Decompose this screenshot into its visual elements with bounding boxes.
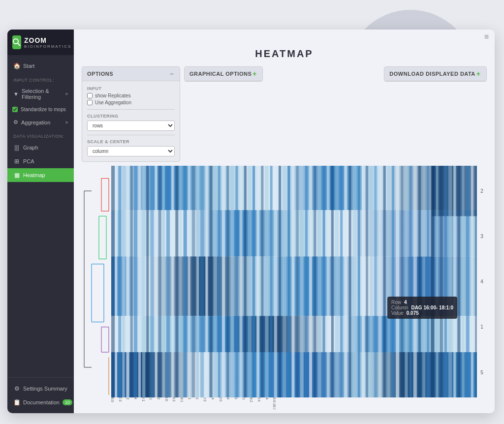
svg-rect-32 bbox=[130, 166, 133, 397]
app-logo: ZOOM BIOINFORMATICS bbox=[7, 30, 74, 55]
svg-rect-67 bbox=[279, 166, 281, 397]
sidebar-item-graph[interactable]: ||| Graph bbox=[7, 141, 74, 154]
y-label-2: 2 bbox=[477, 188, 487, 194]
y-label-4: 4 bbox=[477, 279, 487, 284]
svg-rect-58 bbox=[240, 166, 243, 397]
svg-text:DAG 16:0-18:1:0: DAG 16:0-18:1:0 bbox=[272, 397, 276, 409]
svg-rect-76 bbox=[317, 166, 321, 397]
options-panel-title: OPTIONS bbox=[87, 71, 113, 77]
svg-rect-40 bbox=[162, 166, 165, 397]
svg-rect-37 bbox=[150, 166, 154, 397]
sidebar-item-heatmap[interactable]: ▦ Heatmap bbox=[7, 168, 74, 182]
sidebar-item-aggregation[interactable]: ⚙ Aggregation > bbox=[7, 116, 74, 129]
svg-rect-90 bbox=[370, 166, 373, 397]
sidebar-item-selection-filtering[interactable]: ▼ Selection & Filtering > bbox=[7, 85, 74, 103]
svg-rect-42 bbox=[171, 166, 174, 397]
svg-rect-41 bbox=[166, 166, 170, 397]
svg-rect-28 bbox=[115, 166, 117, 397]
svg-rect-51 bbox=[209, 166, 212, 397]
svg-rect-39 bbox=[158, 166, 161, 397]
svg-rect-44 bbox=[179, 166, 182, 397]
panel-area: OPTIONS − INPUT show Replicates Use Aggr… bbox=[74, 66, 495, 162]
sidebar-bottom: ⚙ Settings Summary 📋 Documentation 10 bbox=[7, 377, 74, 413]
svg-rect-107 bbox=[444, 166, 447, 397]
selection-filtering-label: Selection & Filtering bbox=[22, 88, 63, 100]
home-icon: 🏠 bbox=[13, 62, 20, 69]
scale-center-select[interactable]: none row column bbox=[87, 146, 175, 156]
y-label-1: 1 bbox=[477, 324, 487, 330]
sidebar-item-start[interactable]: 🏠 Start bbox=[7, 59, 74, 73]
svg-text:TAG 52:3: TAG 52:3 bbox=[118, 397, 122, 401]
section-label-input: Input Control: bbox=[7, 73, 74, 85]
use-aggregation-checkbox[interactable] bbox=[87, 100, 93, 105]
graph-icon: ||| bbox=[13, 144, 20, 151]
standardize-checkbox[interactable] bbox=[12, 107, 18, 112]
sidebar-item-settings-summary[interactable]: ⚙ Settings Summary bbox=[7, 382, 74, 395]
graphical-options-panel: GRAPHICAL OPTIONS + bbox=[184, 66, 263, 82]
svg-rect-84 bbox=[353, 166, 356, 397]
svg-rect-79 bbox=[331, 166, 334, 397]
svg-text:SM 36:1: SM 36:1 bbox=[149, 397, 153, 400]
svg-rect-77 bbox=[323, 166, 325, 397]
svg-rect-75 bbox=[314, 166, 316, 397]
sidebar-item-pca[interactable]: ⊞ PCA bbox=[7, 154, 74, 168]
svg-text:TAG 50:2: TAG 50:2 bbox=[203, 397, 207, 401]
svg-rect-102 bbox=[422, 166, 425, 397]
svg-text:LPE 18:0: LPE 18:0 bbox=[164, 397, 168, 401]
sidebar-item-documentation[interactable]: 📋 Documentation 10 bbox=[7, 395, 74, 409]
svg-text:CE 18:2: CE 18:2 bbox=[157, 397, 160, 399]
svg-rect-82 bbox=[344, 166, 347, 397]
content-area: ≡ HEATMAP OPTIONS − INPUT show Replicate… bbox=[74, 30, 495, 413]
svg-text:PC 38:4: PC 38:4 bbox=[226, 397, 230, 399]
svg-rect-114 bbox=[475, 166, 477, 397]
clustering-select[interactable]: none rows columns both bbox=[87, 121, 175, 131]
svg-text:DAG 16:0: DAG 16:0 bbox=[111, 397, 114, 402]
menu-dots-icon[interactable]: ≡ bbox=[484, 32, 489, 41]
svg-rect-81 bbox=[340, 166, 343, 397]
svg-rect-98 bbox=[405, 166, 408, 397]
svg-rect-94 bbox=[387, 166, 390, 397]
svg-rect-96 bbox=[396, 166, 399, 397]
arrow-right-icon: > bbox=[65, 91, 68, 96]
svg-rect-110 bbox=[457, 166, 460, 397]
svg-rect-80 bbox=[335, 166, 339, 397]
download-expand-button[interactable]: + bbox=[475, 70, 481, 78]
svg-rect-89 bbox=[366, 166, 368, 397]
svg-rect-97 bbox=[401, 166, 403, 397]
options-collapse-button[interactable]: − bbox=[169, 70, 175, 78]
svg-rect-73 bbox=[305, 166, 308, 397]
options-panel-body: INPUT show Replicates Use Aggregation CL… bbox=[82, 81, 180, 161]
documentation-label: Documentation bbox=[23, 399, 60, 405]
download-panel: DOWNLOAD DISPLAYED DATA + bbox=[384, 66, 487, 82]
svg-rect-104 bbox=[431, 166, 434, 397]
svg-rect-63 bbox=[261, 166, 263, 397]
svg-text:LPC 18:1: LPC 18:1 bbox=[141, 397, 145, 401]
logo-icon bbox=[12, 35, 21, 49]
svg-rect-56 bbox=[230, 166, 234, 397]
svg-rect-38 bbox=[155, 166, 158, 397]
svg-rect-74 bbox=[309, 166, 312, 397]
sidebar-item-standardize[interactable]: Standardize to mops bbox=[7, 103, 74, 116]
svg-rect-109 bbox=[453, 166, 456, 397]
svg-text:LPC 16:0: LPC 16:0 bbox=[218, 397, 222, 401]
svg-rect-62 bbox=[256, 166, 259, 397]
heatmap-grid-svg bbox=[111, 166, 477, 397]
svg-text:PE 36:2: PE 36:2 bbox=[195, 397, 199, 399]
show-replicates-checkbox[interactable] bbox=[87, 93, 93, 98]
svg-rect-36 bbox=[146, 166, 149, 397]
logo-text: ZOOM bbox=[24, 36, 71, 44]
svg-rect-66 bbox=[274, 166, 277, 397]
svg-rect-55 bbox=[226, 166, 229, 397]
download-panel-header[interactable]: DOWNLOAD DISPLAYED DATA + bbox=[384, 67, 486, 81]
svg-line-1 bbox=[18, 43, 20, 46]
y-axis-labels: 2 3 4 1 5 bbox=[477, 166, 487, 397]
svg-rect-46 bbox=[188, 166, 190, 397]
svg-rect-65 bbox=[270, 166, 273, 397]
svg-text:DAG 18:1: DAG 18:1 bbox=[180, 397, 184, 402]
graphical-options-expand-button[interactable]: + bbox=[252, 70, 257, 78]
svg-text:TAG 56:4: TAG 56:4 bbox=[257, 397, 261, 401]
dendrogram-area bbox=[82, 166, 111, 397]
svg-rect-100 bbox=[413, 166, 417, 397]
svg-text:PC 36:2: PC 36:2 bbox=[126, 397, 129, 399]
svg-rect-60 bbox=[248, 166, 252, 397]
